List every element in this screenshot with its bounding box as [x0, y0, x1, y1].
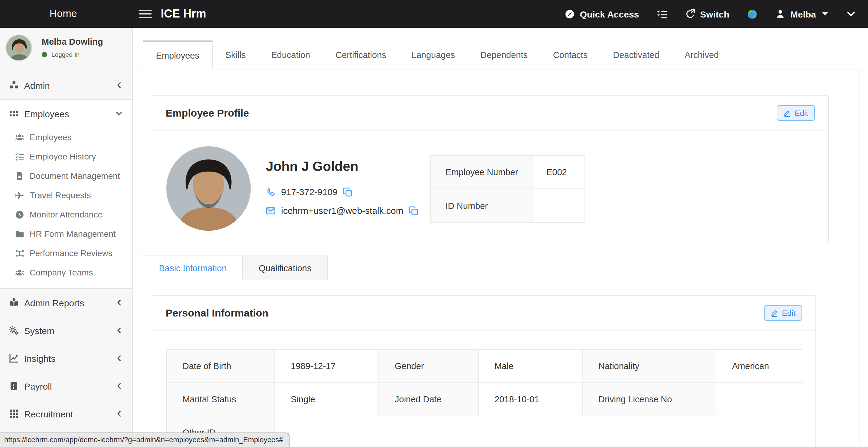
employee-photo [166, 146, 251, 231]
sidebar-item-label: Employees [24, 108, 69, 119]
user-menu[interactable]: Melba [776, 9, 828, 19]
performance-icon [15, 249, 24, 258]
quick-access-button[interactable]: Quick Access [565, 9, 639, 19]
sidebar-group-employees: Employees Employees Employee History Doc… [0, 99, 132, 289]
insights-chart-icon [9, 353, 19, 363]
sidebar-item-admin-reports[interactable]: Admin Reports [0, 289, 132, 317]
tab-qualifications[interactable]: Qualifications [242, 256, 328, 280]
plane-icon [15, 191, 24, 200]
icehrm-app: Home ICE Hrm Quick Access Switch Melba [0, 0, 868, 447]
email-value: icehrm+user1@web-stalk.com [281, 205, 403, 216]
recruitment-grid-icon [9, 409, 19, 419]
tab-basic-information[interactable]: Basic Information [143, 256, 243, 280]
home-link[interactable]: Home [50, 0, 77, 28]
hamburger-menu-icon[interactable] [139, 10, 152, 19]
list-check-icon [15, 152, 24, 161]
grid-icon [9, 109, 19, 118]
sidebar-item-insights[interactable]: Insights [0, 344, 132, 372]
subitem-label: Monitor Attendance [30, 210, 102, 219]
main-content: Employees Skills Education Certification… [133, 28, 868, 447]
tab-dependents[interactable]: Dependents [468, 40, 540, 69]
login-status: Logged In [42, 51, 80, 58]
module-tabs: Employees Skills Education Certification… [143, 40, 732, 69]
chevron-left-icon [116, 355, 123, 362]
personal-information-card: Personal Information Edit Date of Birth … [152, 295, 816, 447]
phone-icon [266, 187, 276, 197]
edit-button-label: Edit [795, 108, 808, 118]
tab-skills[interactable]: Skills [213, 40, 258, 69]
tab-archived[interactable]: Archived [672, 40, 732, 69]
table-value: 1989-12-17 [275, 350, 379, 383]
cubes-icon [9, 81, 19, 90]
caret-down-icon [822, 12, 828, 16]
sidebar-item-employees[interactable]: Employees [0, 100, 132, 127]
status-label: Logged In [51, 51, 80, 58]
payroll-file-icon [9, 381, 19, 391]
sidebar-item-recruitment[interactable]: Recruitment [0, 400, 132, 428]
personal-edit-button[interactable]: Edit [764, 305, 802, 321]
table-label: Marital Status [167, 383, 275, 416]
sidebar-subitem-employee-history[interactable]: Employee History [0, 147, 132, 166]
table-value: Single [275, 383, 379, 416]
tab-employees[interactable]: Employees [143, 40, 213, 69]
email-row: icehrm+user1@web-stalk.com [266, 205, 418, 216]
app-brand[interactable]: ICE Hrm [161, 0, 206, 28]
subitem-label: Travel Requests [30, 190, 91, 200]
employee-profile-header: Employee Profile Edit [152, 96, 828, 131]
tab-languages[interactable]: Languages [399, 40, 468, 69]
subitem-label: Employee History [30, 152, 96, 161]
sidebar-item-label: Recruitment [24, 409, 73, 419]
sidebar-item-payroll[interactable]: Payroll [0, 372, 132, 400]
phone-value: 917-372-9109 [281, 187, 338, 197]
tab-contacts[interactable]: Contacts [540, 40, 600, 69]
collapse-topbar-chevron-icon[interactable] [846, 9, 856, 19]
copy-phone-icon[interactable] [343, 187, 353, 197]
table-value [716, 383, 803, 416]
subitem-label: Performance Reviews [30, 248, 113, 258]
globe-icon [747, 9, 758, 19]
sidebar-subitem-document-management[interactable]: Document Management [0, 166, 132, 186]
sidebar-user-name: Melba Dowling [42, 37, 103, 46]
tab-education[interactable]: Education [258, 40, 323, 69]
field-value [533, 189, 584, 222]
employee-name: John J Golden [266, 159, 359, 174]
sidebar-item-system[interactable]: System [0, 317, 132, 344]
sidebar-subitem-performance-reviews[interactable]: Performance Reviews [0, 244, 132, 263]
avatar [5, 34, 32, 61]
system-gears-icon [9, 326, 19, 335]
sidebar-item-admin[interactable]: Admin [0, 71, 132, 99]
user-icon [776, 9, 785, 19]
subitem-label: Company Teams [30, 267, 93, 277]
pencil-icon [770, 309, 778, 317]
compass-icon [565, 9, 575, 19]
chevron-left-icon [116, 382, 123, 390]
chevron-left-icon [116, 299, 123, 306]
sidebar-subitem-employees[interactable]: Employees [0, 127, 132, 147]
switch-user-button[interactable]: Switch [685, 9, 729, 19]
tasks-button[interactable] [657, 9, 667, 19]
sidebar-subitem-travel-requests[interactable]: Travel Requests [0, 186, 132, 205]
sidebar-subitem-monitor-attendance[interactable]: Monitor Attendance [0, 205, 132, 224]
field-label: Employee Number [431, 156, 533, 189]
detail-tabs: Basic Information Qualifications [143, 256, 328, 280]
chevron-left-icon [116, 82, 123, 89]
clock-icon [15, 210, 24, 219]
subitem-label: HR Form Management [30, 229, 116, 238]
subitem-label: Document Management [30, 171, 120, 181]
tab-certifications[interactable]: Certifications [323, 40, 399, 69]
sidebar-subitem-hr-form-management[interactable]: HR Form Management [0, 224, 132, 244]
table-label: Driving License No [583, 383, 716, 416]
switch-icon [685, 9, 695, 19]
field-label: ID Number [431, 189, 533, 222]
copy-email-icon[interactable] [409, 206, 418, 215]
tab-deactivated[interactable]: Deactivated [600, 40, 672, 69]
team-icon [15, 133, 24, 142]
sidebar-profile: Melba Dowling Logged In [0, 28, 132, 71]
language-globe-button[interactable] [747, 9, 758, 19]
sidebar-item-label: System [24, 325, 54, 336]
sidebar-subitem-company-teams[interactable]: Company Teams [0, 263, 132, 282]
table-value: American [716, 350, 803, 383]
profile-edit-button[interactable]: Edit [776, 105, 815, 121]
table-label: Gender [379, 350, 479, 383]
user-menu-label: Melba [790, 9, 816, 19]
